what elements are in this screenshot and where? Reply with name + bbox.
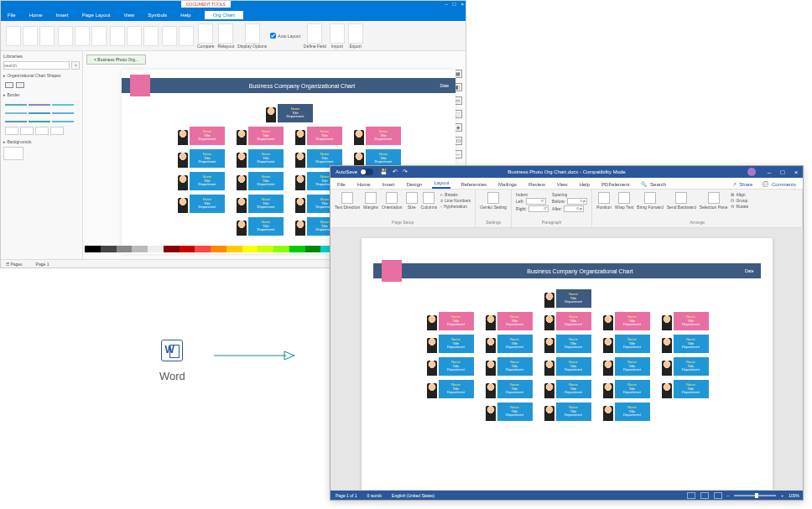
status-pages[interactable]: ☰ Pages <box>6 262 23 267</box>
display-options-button[interactable] <box>245 23 260 44</box>
border-style[interactable] <box>29 121 50 122</box>
zoom-slider[interactable] <box>734 495 776 496</box>
org-node[interactable]: NameTitleDepartment <box>264 104 313 122</box>
border-style[interactable] <box>5 112 27 114</box>
maximize-icon[interactable]: □ <box>453 2 456 7</box>
ribbon-button[interactable] <box>6 26 21 46</box>
relayout-button[interactable] <box>218 23 233 44</box>
ribbon-button[interactable] <box>75 26 90 46</box>
size-button[interactable]: Size <box>406 192 418 210</box>
genko-button[interactable]: Genko Setting <box>480 192 507 210</box>
border-style[interactable] <box>5 104 27 106</box>
align-button[interactable]: ⊞ Align <box>731 192 748 197</box>
minimize-icon[interactable]: – <box>763 169 776 176</box>
tab-org-chart[interactable]: Org Chart <box>205 11 243 19</box>
bring-forward-button[interactable]: Bring Forward <box>637 192 663 210</box>
border-style[interactable] <box>52 121 74 122</box>
border-swatch[interactable] <box>20 127 34 135</box>
hyphenation-button[interactable]: - Hyphenation <box>440 204 471 209</box>
canvas-tab[interactable]: × Business Photo Org... <box>86 55 146 65</box>
menu-insert[interactable]: Insert <box>56 13 69 18</box>
autosave-toggle[interactable]: AutoSave <box>336 169 373 175</box>
line-numbers-button[interactable]: ≡ Line Numbers <box>440 198 471 203</box>
selection-pane-button[interactable]: Selection Pane <box>700 192 728 210</box>
redo-icon[interactable]: ↷ <box>403 169 408 175</box>
comments-button[interactable]: 💬 Comments <box>761 179 799 189</box>
ribbon-button[interactable] <box>58 26 73 46</box>
close-icon[interactable]: × <box>789 169 803 176</box>
zoom-level[interactable]: 100% <box>789 493 799 498</box>
margins-button[interactable]: Margins <box>363 192 378 210</box>
orientation-button[interactable]: Orientation <box>382 192 402 210</box>
border-style[interactable] <box>29 112 50 114</box>
org-node[interactable]: NameTitleDepartment <box>176 195 225 213</box>
tab-help[interactable]: Help <box>578 180 591 189</box>
tab-home[interactable]: Home <box>356 180 372 189</box>
border-style[interactable] <box>52 112 74 114</box>
border-swatch[interactable] <box>5 127 18 135</box>
menu-help[interactable]: Help <box>180 13 190 18</box>
org-node[interactable]: NameTitleDepartment <box>176 127 225 145</box>
search-input[interactable] <box>3 61 70 70</box>
save-icon[interactable]: 💾 <box>380 169 388 175</box>
export-button[interactable] <box>348 23 363 44</box>
section-shapes[interactable]: ▸ Organizational Chart Shapes <box>3 73 80 78</box>
undo-icon[interactable]: ↶ <box>393 169 398 175</box>
menu-file[interactable]: File <box>8 13 16 18</box>
text-direction-button[interactable]: Text Direction <box>335 192 360 210</box>
columns-button[interactable]: Columns <box>421 192 438 210</box>
border-style[interactable] <box>29 104 50 106</box>
status-language[interactable]: English (United States) <box>392 493 435 498</box>
shape-item[interactable] <box>5 82 13 88</box>
status-words[interactable]: 0 words <box>367 493 383 498</box>
user-avatar[interactable] <box>747 168 756 176</box>
spacing-after-input[interactable]: 0 pt <box>564 205 584 212</box>
menu-view[interactable]: View <box>123 13 134 18</box>
menu-home[interactable]: Home <box>29 13 43 18</box>
rotate-button[interactable]: ⟲ Rotate <box>731 204 748 209</box>
ribbon-button[interactable] <box>110 26 125 46</box>
send-backward-button[interactable]: Send Backward <box>667 192 696 210</box>
indent-right-input[interactable]: 0" <box>528 205 549 212</box>
ribbon-button[interactable] <box>91 26 107 46</box>
tab-design[interactable]: Design <box>405 180 424 189</box>
zoom-out-icon[interactable]: – <box>727 493 730 498</box>
border-swatch[interactable] <box>35 127 49 135</box>
ribbon-button[interactable] <box>39 26 55 46</box>
org-node[interactable]: NameTitleDepartment <box>294 127 342 145</box>
tab-references[interactable]: References <box>459 180 488 189</box>
org-node[interactable]: NameTitleDepartment <box>176 172 225 190</box>
border-style[interactable] <box>5 121 27 122</box>
tab-insert[interactable]: Insert <box>381 180 397 189</box>
org-node[interactable]: NameTitleDepartment <box>235 149 284 168</box>
ribbon-button[interactable] <box>23 26 38 46</box>
ribbon-button[interactable] <box>127 26 142 46</box>
maximize-icon[interactable]: □ <box>776 169 789 176</box>
spacing-before-input[interactable]: 0 pt <box>567 198 587 205</box>
zoom-in-icon[interactable]: + <box>781 493 783 498</box>
tab-view[interactable]: View <box>555 180 570 189</box>
minimize-icon[interactable]: – <box>445 2 448 7</box>
view-print-icon[interactable] <box>700 492 709 499</box>
org-node[interactable]: NameTitleDepartment <box>352 127 401 145</box>
menu-symbols[interactable]: Symbols <box>148 13 167 18</box>
breaks-button[interactable]: ⎌ Breaks <box>440 192 471 197</box>
word-document-area[interactable]: Business Company Organizational Chart Da… <box>331 228 803 490</box>
indent-left-input[interactable]: 0" <box>526 198 546 205</box>
tab-pdfelement[interactable]: PDFelement <box>600 180 631 189</box>
tab-file[interactable]: File <box>336 180 347 189</box>
ribbon-button[interactable] <box>179 26 194 46</box>
search-icon[interactable]: ⌕ <box>71 61 80 70</box>
background-swatch[interactable] <box>3 147 23 160</box>
tab-mailings[interactable]: Mailings <box>497 180 518 189</box>
tab-review[interactable]: Review <box>527 180 547 189</box>
org-node[interactable]: NameTitleDepartment <box>176 149 225 168</box>
auto-layout-checkbox[interactable]: Auto Layout <box>270 33 300 39</box>
org-node[interactable]: NameTitleDepartment <box>235 127 284 145</box>
tell-me-search[interactable]: 🔍 Search <box>639 179 669 189</box>
view-read-icon[interactable] <box>687 492 695 499</box>
tab-layout[interactable]: Layout <box>432 179 450 189</box>
org-node[interactable]: NameTitleDepartment <box>235 217 284 236</box>
share-button[interactable]: ↗ Share <box>731 179 757 189</box>
org-node[interactable]: NameTitleDepartment <box>235 172 284 190</box>
